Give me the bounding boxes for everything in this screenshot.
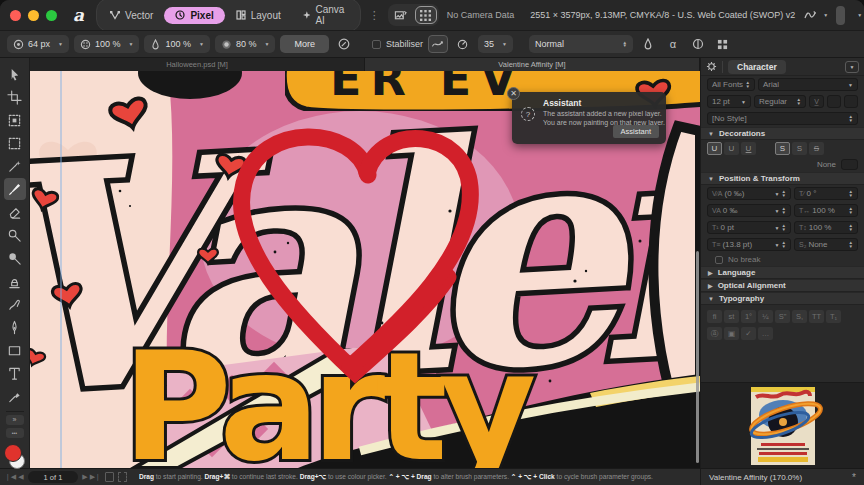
smudge-brush-tool[interactable]: [4, 293, 26, 315]
no-break-checkbox[interactable]: [715, 256, 723, 264]
ligatures-button[interactable]: fi: [707, 310, 722, 323]
text-style-select[interactable]: [No Style] ▲▼: [707, 112, 858, 125]
rope-stabiliser-button[interactable]: [428, 35, 448, 53]
close-icon[interactable]: ✕: [507, 87, 520, 100]
burn-brush-tool[interactable]: [4, 247, 26, 269]
pen-tool[interactable]: [4, 316, 26, 338]
doc-tab-halloween[interactable]: Halloween.psd [M]: [30, 58, 365, 71]
navigator-panel[interactable]: [701, 382, 864, 468]
export-dropdown-icon[interactable]: ▼: [857, 12, 862, 18]
kerning-field[interactable]: V∕A(0 ‰)▼▲▼: [707, 187, 791, 200]
place-image-button[interactable]: [390, 6, 412, 24]
underline-button[interactable]: U: [707, 142, 722, 155]
move-tool[interactable]: [4, 63, 26, 85]
shape-tool[interactable]: [4, 339, 26, 361]
dodge-brush-tool[interactable]: [4, 224, 26, 246]
more-button[interactable]: More: [280, 35, 329, 53]
strikethrough-button[interactable]: S: [775, 142, 790, 155]
close-window-button[interactable]: [10, 10, 21, 21]
export-png-button[interactable]: Export PNG: [836, 6, 845, 25]
decoration-colour-well[interactable]: [841, 159, 858, 170]
persona-overflow-icon[interactable]: ⋮: [369, 9, 380, 22]
minimize-window-button[interactable]: [28, 10, 39, 21]
strikethrough-double-button[interactable]: S: [809, 142, 824, 155]
subscript-button[interactable]: S,: [792, 310, 807, 323]
underline-words-button[interactable]: U: [724, 142, 739, 155]
fractions-button[interactable]: ¼: [758, 310, 773, 323]
protect-alpha-button[interactable]: α: [663, 35, 683, 53]
first-prev-page-buttons[interactable]: ❘◀ ◀: [5, 473, 24, 481]
colour-picker-tool[interactable]: [4, 385, 26, 407]
double-underline-button[interactable]: U: [741, 142, 756, 155]
text-tool[interactable]: [4, 362, 26, 384]
kerning-toggle[interactable]: V̲: [809, 95, 824, 108]
page-thumb-icon[interactable]: [105, 472, 114, 482]
foreground-colour-swatch[interactable]: [4, 444, 22, 462]
edit-brush-button[interactable]: [334, 35, 354, 53]
brush-flow-control[interactable]: 100 % ▼: [144, 35, 209, 53]
assistant-options-button[interactable]: [713, 35, 733, 53]
ordinals-button[interactable]: 1°: [741, 310, 756, 323]
font-family-select[interactable]: Arial ▼: [758, 78, 858, 91]
section-optical-alignment[interactable]: ▶Optical Alignment: [701, 279, 864, 292]
strikethrough-single-button[interactable]: S: [792, 142, 807, 155]
crop-tool[interactable]: [4, 86, 26, 108]
brush-hardness-control[interactable]: 80 % ▼: [215, 35, 275, 53]
horizontal-scale-field[interactable]: T↔100 %▲▼: [794, 204, 858, 217]
paint-brush-tool[interactable]: [4, 178, 26, 200]
erase-brush-tool[interactable]: [4, 201, 26, 223]
zoom-window-button[interactable]: [46, 10, 57, 21]
colour-swatches[interactable]: [2, 444, 28, 468]
gesture-menu[interactable]: ▼: [803, 8, 828, 22]
alternates-button[interactable]: ⓐ: [707, 327, 722, 340]
discretionary-ligatures-button[interactable]: st: [724, 310, 739, 323]
font-style-select[interactable]: Regular ▲▼: [754, 95, 806, 108]
font-size-select[interactable]: 12 pt ▼: [707, 95, 751, 108]
stylistic-sets-button[interactable]: ▣: [724, 327, 739, 340]
canvas-viewport[interactable]: ER EV Valen: [30, 71, 700, 468]
baseline-field[interactable]: T¹0 pt▼▲▼: [707, 221, 791, 234]
vertical-scrollbar[interactable]: [696, 251, 699, 463]
section-position-transform[interactable]: ▼Position & Transform: [701, 172, 864, 185]
window-stabiliser-button[interactable]: [453, 35, 473, 53]
doc-tab-valentine[interactable]: Valentine Affinity [M]: [365, 58, 700, 71]
extra-field-2[interactable]: [844, 95, 858, 108]
add-page-icon[interactable]: [118, 472, 127, 482]
leading-field[interactable]: T≡(13.8 pt)▼▲▼: [707, 238, 791, 251]
script-field[interactable]: S₂None▲▼: [794, 238, 858, 251]
expand-tools-button[interactable]: »: [6, 415, 24, 425]
tools-overflow-button[interactable]: •••: [6, 428, 24, 438]
marquee-select-tool[interactable]: [4, 132, 26, 154]
symmetry-button[interactable]: [688, 35, 708, 53]
typography-more-button[interactable]: …: [758, 327, 773, 340]
section-decorations[interactable]: ▼Decorations: [701, 127, 864, 140]
persona-layout[interactable]: Layout: [225, 7, 292, 24]
persona-canva-ai[interactable]: Canva AI: [292, 1, 358, 29]
flood-select-tool[interactable]: [4, 155, 26, 177]
clone-brush-tool[interactable]: [4, 270, 26, 292]
stabiliser-length-control[interactable]: 35 ▼: [478, 35, 513, 53]
selection-brush-tool[interactable]: [4, 109, 26, 131]
assistant-button[interactable]: Assistant: [613, 125, 659, 138]
panel-gear-icon[interactable]: [706, 61, 717, 72]
persona-pixel[interactable]: Pixel: [164, 7, 224, 24]
shear-field[interactable]: T∕0 °▲▼: [794, 187, 858, 200]
wet-edges-button[interactable]: [638, 35, 658, 53]
brush-opacity-control[interactable]: 100 % ▼: [74, 35, 139, 53]
page-indicator[interactable]: 1 of 1: [28, 471, 79, 483]
tab-character[interactable]: Character: [728, 60, 786, 74]
tracking-field[interactable]: VA0 ‰▼▲▼: [707, 204, 791, 217]
superscript-button[interactable]: S": [775, 310, 790, 323]
extra-field-1[interactable]: [827, 95, 841, 108]
capitals-button[interactable]: TT: [809, 310, 824, 323]
next-last-page-buttons[interactable]: ▶ ▶❘: [82, 473, 101, 481]
studio-grid-button[interactable]: [415, 6, 437, 24]
persona-vector[interactable]: Vector: [99, 7, 164, 24]
section-typography[interactable]: ▼Typography: [701, 292, 864, 305]
blend-mode-select[interactable]: Normal ▲▼: [529, 35, 633, 53]
small-caps-button[interactable]: T₁: [826, 310, 841, 323]
font-collection-select[interactable]: All Fonts ▲▼: [707, 78, 755, 91]
section-language[interactable]: ▶Language: [701, 266, 864, 279]
vertical-scale-field[interactable]: T↕100 %▲▼: [794, 221, 858, 234]
contextual-button[interactable]: ✓: [741, 327, 756, 340]
